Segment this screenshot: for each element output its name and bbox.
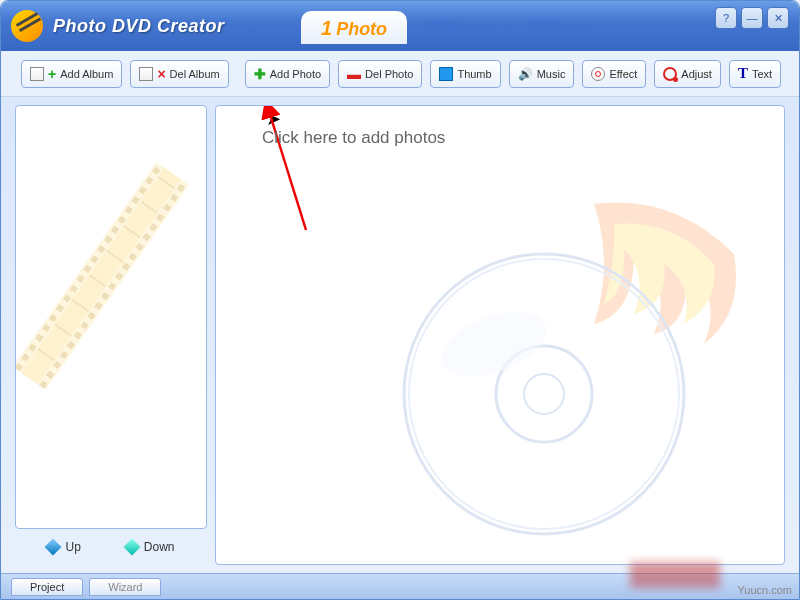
del-photo-label: Del Photo (365, 68, 413, 80)
thumbnail-icon (439, 67, 453, 81)
tab-menu-num: 2 (427, 17, 438, 39)
plus-icon: ✚ (254, 67, 266, 81)
disc-flame-watermark-icon (334, 164, 754, 544)
delete-icon: × (157, 67, 165, 81)
project-tab[interactable]: Project (11, 578, 83, 596)
thumb-button[interactable]: Thumb (430, 60, 500, 88)
tab-photo-label: Photo (336, 19, 387, 39)
tab-photo[interactable]: 1Photo (301, 11, 407, 44)
app-title: Photo DVD Creator (53, 16, 225, 37)
effect-button[interactable]: Effect (582, 60, 646, 88)
music-icon: 🔊 (518, 67, 533, 81)
up-label: Up (65, 540, 80, 554)
up-icon (45, 539, 62, 556)
wizard-tab[interactable]: Wizard (89, 578, 161, 596)
titlebar: Photo DVD Creator 1Photo 2Menu 3Burn ? —… (1, 1, 799, 51)
tab-burn-num: 3 (529, 17, 540, 39)
document-icon (139, 67, 153, 81)
minimize-button[interactable]: — (741, 7, 763, 29)
add-album-label: Add Album (60, 68, 113, 80)
move-up-button[interactable]: Up (47, 540, 80, 554)
redacted-region (630, 562, 720, 588)
text-button[interactable]: T Text (729, 60, 781, 88)
filmstrip-watermark-icon (15, 162, 189, 390)
adjust-icon (663, 67, 677, 81)
add-photos-prompt: Click here to add photos (262, 128, 445, 148)
tab-menu-label: Menu (442, 19, 489, 39)
svg-line-0 (268, 108, 306, 230)
effect-label: Effect (609, 68, 637, 80)
plus-icon: + (48, 67, 56, 81)
app-window: Photo DVD Creator 1Photo 2Menu 3Burn ? —… (0, 0, 800, 600)
add-photo-button[interactable]: ✚ Add Photo (245, 60, 330, 88)
toolbar: + Add Album × Del Album ✚ Add Photo ▬ De… (1, 51, 799, 97)
watermark-text: Yuucn.com (738, 584, 792, 596)
window-controls: ? — ✕ (715, 7, 789, 29)
minus-icon: ▬ (347, 67, 361, 81)
sidebar-controls: Up Down (15, 529, 207, 565)
close-button[interactable]: ✕ (767, 7, 789, 29)
document-icon (30, 67, 44, 81)
tab-burn[interactable]: 3Burn (509, 11, 606, 44)
tab-burn-label: Burn (544, 19, 586, 39)
text-label: Text (752, 68, 772, 80)
help-button[interactable]: ? (715, 7, 737, 29)
del-photo-button[interactable]: ▬ Del Photo (338, 60, 422, 88)
effect-icon (591, 67, 605, 81)
step-tabs: 1Photo 2Menu 3Burn (301, 11, 606, 44)
tab-photo-num: 1 (321, 17, 332, 39)
del-album-label: Del Album (170, 68, 220, 80)
content-area: Up Down ➤ Click here to add photos (1, 97, 799, 573)
down-label: Down (144, 540, 175, 554)
adjust-label: Adjust (681, 68, 712, 80)
music-button[interactable]: 🔊 Music (509, 60, 575, 88)
thumb-label: Thumb (457, 68, 491, 80)
sidebar: Up Down (15, 105, 207, 565)
adjust-button[interactable]: Adjust (654, 60, 721, 88)
del-album-button[interactable]: × Del Album (130, 60, 228, 88)
move-down-button[interactable]: Down (126, 540, 175, 554)
annotation-arrow-icon (256, 105, 316, 240)
add-photo-label: Add Photo (270, 68, 321, 80)
tab-menu[interactable]: 2Menu (407, 11, 509, 44)
text-icon: T (738, 66, 748, 81)
photo-panel[interactable]: ➤ Click here to add photos (215, 105, 785, 565)
album-list[interactable] (15, 105, 207, 529)
music-label: Music (537, 68, 566, 80)
app-logo-icon (11, 10, 43, 42)
add-album-button[interactable]: + Add Album (21, 60, 122, 88)
down-icon (123, 539, 140, 556)
svg-point-4 (524, 374, 564, 414)
svg-point-1 (404, 254, 684, 534)
